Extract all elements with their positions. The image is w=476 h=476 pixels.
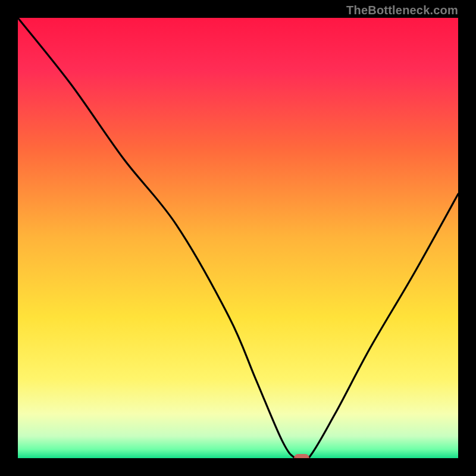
optimal-point-marker xyxy=(294,454,309,458)
plot-area xyxy=(18,18,458,458)
chart-frame: TheBottleneck.com xyxy=(0,0,476,476)
watermark-text: TheBottleneck.com xyxy=(346,4,458,17)
bottleneck-curve xyxy=(18,18,458,458)
